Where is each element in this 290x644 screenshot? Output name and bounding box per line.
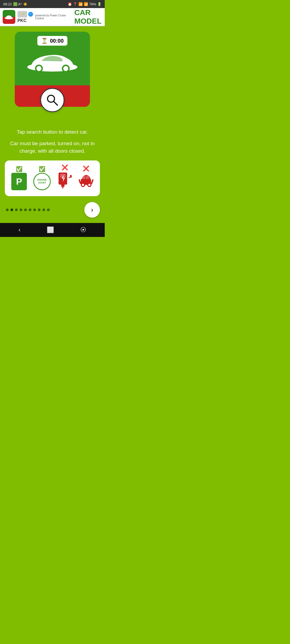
page-dot-2[interactable]: [15, 208, 18, 211]
page-title: CAR MODEL: [74, 8, 105, 26]
battery-text: 76%: [89, 2, 96, 6]
charge-status-icon: ❌: [61, 165, 68, 170]
svg-rect-21: [91, 179, 93, 184]
engine-start-button: ENGINESTART: [33, 173, 51, 190]
page-dot-6[interactable]: [33, 208, 36, 211]
svg-rect-22: [82, 176, 85, 179]
page-dots: [5, 208, 50, 211]
car-card: ⏳ 00:00: [15, 32, 90, 107]
svg-rect-10: [61, 185, 64, 187]
search-button[interactable]: [40, 88, 64, 112]
pkc-label: PKC: [17, 18, 33, 23]
main-content: ⏳ 00:00: [0, 26, 105, 223]
page-dot-1[interactable]: [10, 208, 13, 211]
timer-value: 00:00: [50, 38, 64, 44]
hourglass-icon: ⏳: [41, 38, 48, 44]
location-icon: 📍: [73, 2, 77, 6]
page-dot-3[interactable]: [20, 208, 22, 211]
page-dot-9[interactable]: [47, 208, 50, 211]
doors-status-icon: ❌: [83, 166, 89, 171]
svg-point-17: [82, 184, 84, 186]
condition-charge: ❌: [57, 165, 72, 192]
alarm-icon: ⏰: [68, 2, 72, 6]
status-left: 08:21 🟩 Aˣ ☀️: [3, 2, 27, 6]
parking-sign: P: [11, 173, 27, 190]
signal-icon: 📶: [84, 2, 88, 6]
svg-point-19: [88, 184, 90, 186]
system-nav-bar: ‹ ⬜ ⦿: [0, 223, 105, 237]
next-button[interactable]: ›: [84, 202, 100, 218]
home-button[interactable]: ⬜: [45, 224, 56, 236]
status-right: ⏰ 📍 📶 📶 76% 🔋: [68, 2, 102, 6]
page-dot-8[interactable]: [42, 208, 45, 211]
page-dot-4[interactable]: [24, 208, 27, 211]
status-bar: 08:21 🟩 Aˣ ☀️ ⏰ 📍 📶 📶 76% 🔋: [0, 0, 105, 8]
condition-parking: ✅ P: [11, 166, 27, 190]
recents-button[interactable]: ⦿: [78, 224, 88, 236]
car-card-green: ⏳ 00:00: [15, 32, 90, 85]
svg-rect-14: [70, 175, 72, 178]
car-doors-icon: [79, 172, 93, 191]
battery-icon: 🔋: [97, 2, 102, 6]
svg-rect-11: [62, 187, 63, 188]
time: 08:21: [3, 2, 12, 6]
powered-by: powered by Power Cruise Control: [35, 14, 71, 20]
emoji-icons: 🟩 Aˣ ☀️: [13, 2, 27, 6]
wifi-icon: 📶: [78, 2, 83, 6]
pkc-logo: [3, 10, 15, 24]
page-dot-7[interactable]: [38, 208, 41, 211]
page-dot-5[interactable]: [29, 208, 31, 211]
parking-status-icon: ✅: [16, 166, 23, 172]
timer-badge: ⏳ 00:00: [37, 36, 67, 46]
engine-status-icon: ✅: [39, 166, 45, 172]
svg-point-5: [63, 66, 68, 71]
header-logo-section: ⚡🔋 ✓ PKC powered by Power Cruise Control: [0, 8, 74, 26]
condition-engine: ✅ ENGINESTART: [33, 166, 51, 190]
header: ⚡🔋 ✓ PKC powered by Power Cruise Control…: [0, 8, 105, 26]
charger-icon: [57, 171, 72, 192]
svg-rect-23: [86, 176, 89, 179]
svg-point-3: [37, 66, 42, 71]
verified-badge: ✓: [28, 12, 33, 17]
instruction-line1: Tap search button to detect car.: [17, 128, 88, 136]
instruction-line2: Car must be parked, turned on, not in ch…: [8, 140, 97, 155]
bottom-nav: ›: [5, 200, 100, 220]
page-dot-0[interactable]: [6, 208, 9, 211]
conditions-card: ✅ P ✅ ENGINESTART ❌: [5, 160, 100, 196]
back-button[interactable]: ‹: [16, 224, 23, 236]
svg-line-7: [54, 101, 57, 105]
condition-doors: ❌: [79, 166, 93, 191]
car-silhouette: [26, 51, 79, 74]
